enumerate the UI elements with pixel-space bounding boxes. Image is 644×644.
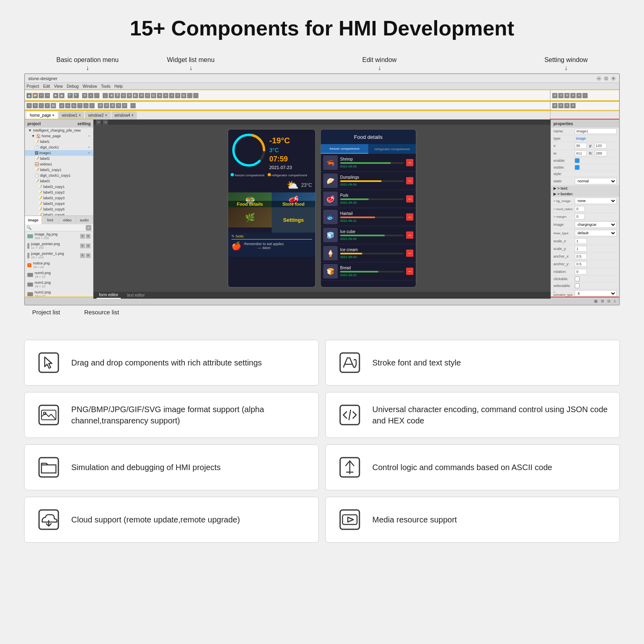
- t2-more[interactable]: ⋯: [130, 103, 136, 108]
- tool-widget1[interactable]: □: [103, 93, 108, 98]
- t2-text[interactable]: T: [45, 103, 50, 108]
- tool-grid[interactable]: ⊞: [82, 93, 87, 98]
- tree-item-label3-copy5[interactable]: 📝 label3_copy5: [25, 206, 93, 212]
- tool-more2[interactable]: ⋯: [193, 93, 198, 98]
- prop-h-input[interactable]: [595, 151, 607, 156]
- tree-item-label3-copy6[interactable]: 📝 label3_copy6: [25, 212, 93, 216]
- rt2-4[interactable]: ⊗: [570, 103, 576, 108]
- tree-item-digit-clock1[interactable]: 🕐 digit_clock1 ^: [25, 144, 93, 150]
- menu-view[interactable]: View: [54, 84, 63, 89]
- prop-scale-y-input[interactable]: [575, 246, 587, 252]
- res-delete-btn3[interactable]: ✕: [86, 253, 91, 258]
- tool-widget8[interactable]: ⊡: [145, 93, 150, 98]
- tool-widget5[interactable]: ⊞: [127, 93, 132, 98]
- res-tab-font[interactable]: font: [42, 216, 59, 224]
- tree-item-root[interactable]: ▼Intelligent_charging_pile_new: [25, 128, 93, 133]
- tab-window1[interactable]: window1 ×: [58, 111, 84, 119]
- t2-align-left[interactable]: ⫷: [59, 103, 64, 108]
- res-tab-image[interactable]: image: [25, 216, 42, 224]
- rtool-more[interactable]: ⋯: [582, 93, 588, 98]
- t2-grid2[interactable]: ⊟: [104, 103, 109, 108]
- t2-flip[interactable]: ⊡: [116, 103, 121, 108]
- rtool-1[interactable]: ⊞: [552, 93, 557, 98]
- pork-delete-btn[interactable]: ─: [406, 195, 413, 202]
- tool-widget11[interactable]: ⊗: [163, 93, 168, 98]
- minimize-button[interactable]: ─: [597, 76, 601, 81]
- tool-widget12[interactable]: ⊘: [169, 93, 174, 98]
- canvas-tab-form[interactable]: form editor: [97, 292, 121, 299]
- close-button[interactable]: ×: [611, 76, 616, 81]
- dumplings-delete-btn[interactable]: ─: [406, 177, 413, 184]
- tool-widget3[interactable]: ≣: [115, 93, 120, 98]
- tool-stop[interactable]: ⏹: [59, 93, 64, 98]
- menu-help[interactable]: Help: [114, 84, 123, 89]
- t2-rect[interactable]: □: [39, 103, 44, 108]
- tool-widget13[interactable]: ⊙: [175, 93, 180, 98]
- tree-item-label1-copy1[interactable]: 📝 label1_copy1: [25, 167, 93, 173]
- t2-align-mid[interactable]: ⊥: [83, 103, 89, 108]
- settings-btn[interactable]: Settings: [272, 207, 315, 233]
- t2-align-bot[interactable]: ⊦: [89, 103, 95, 108]
- prop-rotation-input[interactable]: [575, 269, 587, 275]
- tool-zoom-out[interactable]: 🔍: [74, 93, 79, 98]
- prop-y-input[interactable]: [594, 143, 607, 149]
- prop-enable-checkbox[interactable]: [575, 158, 580, 163]
- tool-redo[interactable]: ↪: [45, 93, 50, 98]
- menu-tools[interactable]: Tools: [101, 84, 110, 89]
- rtool-5[interactable]: ⊗: [576, 93, 582, 98]
- res-edit-btn3[interactable]: ✎: [80, 253, 85, 258]
- tool-widget4[interactable]: ⊟: [121, 93, 126, 98]
- refrigerator-tab[interactable]: refrigerator compartment: [368, 144, 416, 154]
- prop-scale-x-input[interactable]: [575, 238, 587, 244]
- prop-bg-image-select[interactable]: none: [575, 198, 617, 204]
- tool-widget9[interactable]: ▨: [151, 93, 156, 98]
- prop-selectable-checkbox[interactable]: [575, 283, 580, 288]
- prop-margin-input[interactable]: [575, 214, 585, 219]
- tree-item-widow1[interactable]: 🪟 widow1: [25, 161, 93, 167]
- t2-align-right[interactable]: ⫸: [71, 103, 76, 108]
- tool-open[interactable]: 📂: [33, 93, 38, 98]
- resource-search-input[interactable]: [33, 226, 84, 230]
- prop-w-input[interactable]: [575, 151, 587, 156]
- t2-distribute[interactable]: ⊠: [110, 103, 115, 108]
- tool-widget10[interactable]: ⊕: [157, 93, 162, 98]
- food-detail-btn[interactable]: 🥗 Food details: [228, 192, 272, 207]
- canvas-tab-text[interactable]: text editor: [125, 292, 147, 298]
- tree-item-label2[interactable]: 📝 label2: [25, 156, 93, 161]
- tool-widget2[interactable]: ◉: [109, 93, 114, 98]
- canvas-redo[interactable]: ↪: [103, 120, 108, 125]
- t2-rotate[interactable]: ↻: [122, 103, 127, 108]
- t2-grid1[interactable]: ⊞: [98, 103, 103, 108]
- tool-widget15[interactable]: ⋮⋮: [187, 93, 192, 98]
- prop-state-select[interactable]: normal: [575, 178, 617, 184]
- res-edit-btn2[interactable]: ✎: [80, 244, 85, 248]
- prop-animation-type-select[interactable]: 4: [575, 290, 617, 297]
- prop-round-radius-input[interactable]: [575, 206, 585, 212]
- tool-widget7[interactable]: ⊠: [139, 93, 144, 98]
- prop-visible-checkbox[interactable]: [575, 165, 580, 170]
- res-tab-audio[interactable]: audio: [76, 216, 93, 224]
- menu-debug[interactable]: Debug: [67, 84, 78, 89]
- tree-item-label3-copy2[interactable]: 📝 label3_copy2: [25, 190, 93, 195]
- prop-anchor-y-input[interactable]: [575, 261, 587, 267]
- res-delete-btn[interactable]: ✕: [86, 234, 91, 239]
- tab-window4[interactable]: window4 ×: [111, 111, 137, 119]
- rt2-3[interactable]: ⊕: [564, 103, 570, 108]
- res-tab-video[interactable]: video: [59, 216, 76, 224]
- tree-item-label3-copy4[interactable]: 📝 label3_copy4: [25, 201, 93, 206]
- maximize-button[interactable]: □: [604, 76, 609, 81]
- rt2-2[interactable]: ⊟: [558, 103, 564, 108]
- tool-save[interactable]: 💾: [27, 93, 32, 98]
- rtool-2[interactable]: ⊟: [558, 93, 564, 98]
- tool-zoom-in[interactable]: 🔍: [68, 93, 73, 98]
- menu-window[interactable]: Window: [83, 84, 97, 89]
- tree-item-label3-copy1[interactable]: 📝 label3_copy1: [25, 184, 93, 190]
- store-food-btn[interactable]: 🥩 Store food: [272, 192, 315, 207]
- tool-widget6[interactable]: ◧: [133, 93, 138, 98]
- res-delete-btn2[interactable]: ✕: [86, 244, 91, 248]
- freezer-tab[interactable]: freezer compartment: [321, 144, 368, 154]
- menu-edit[interactable]: Edit: [43, 84, 50, 89]
- prop-draw-type-select[interactable]: default: [575, 230, 617, 236]
- tree-item-image1[interactable]: 🖼 image1 ^: [25, 150, 93, 156]
- prop-name-input[interactable]: [575, 128, 617, 134]
